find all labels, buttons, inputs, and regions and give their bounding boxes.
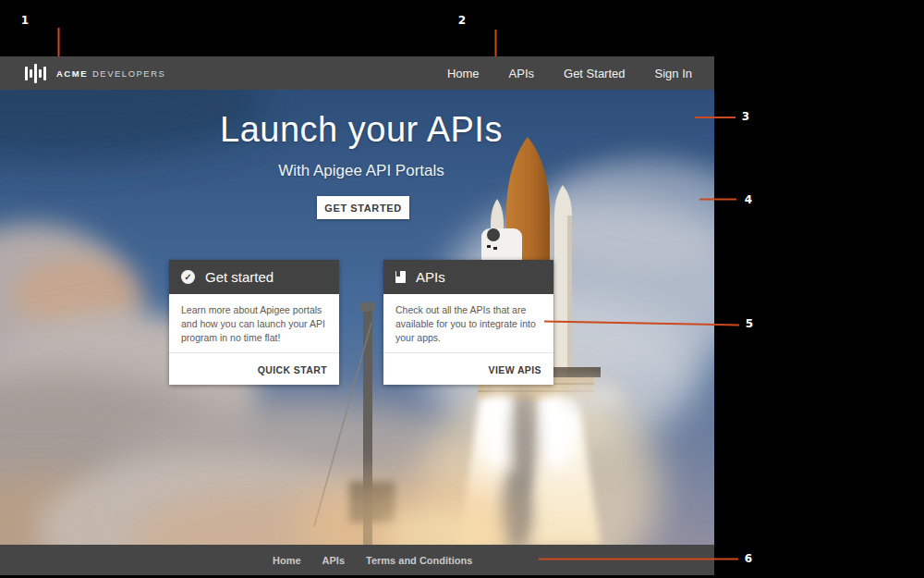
card-title: Get started — [205, 269, 274, 285]
nav-item-sign-in[interactable]: Sign In — [640, 56, 707, 90]
card-title: APIs — [416, 269, 445, 285]
equalizer-logo-icon — [25, 64, 46, 83]
footer-link-terms[interactable]: Terms and Conditions — [366, 555, 472, 566]
hero-title: Launch your APIs — [0, 110, 714, 150]
callout-label-6: 6 — [742, 552, 755, 565]
shuttle-launch-photo — [0, 90, 714, 545]
footer-links: Home APIs Terms and Conditions — [273, 555, 472, 566]
brand: ACME DEVELOPERS — [25, 64, 165, 83]
callout-label-2: 2 — [456, 14, 468, 27]
card-footer: VIEW APIS — [383, 352, 553, 385]
brand-name: ACME — [56, 68, 88, 79]
apis-card: APIs Check out all the APIs that are ava… — [383, 260, 553, 385]
get-started-card-header: ✓ Get started — [169, 260, 339, 294]
callout-label-4: 4 — [742, 193, 755, 206]
get-started-card: ✓ Get started Learn more about Apigee po… — [169, 260, 339, 385]
apis-card-header: APIs — [383, 260, 553, 294]
nav-item-get-started[interactable]: Get Started — [549, 56, 639, 90]
footer-bar: Home APIs Terms and Conditions — [0, 545, 714, 575]
hero-subtitle: With Apigee API Portals — [0, 162, 714, 180]
footer-link-home[interactable]: Home — [273, 555, 301, 566]
hero-section: Launch your APIs With Apigee API Portals… — [0, 90, 714, 545]
portal-page: ACME DEVELOPERS Home APIs Get Started Si… — [0, 56, 714, 575]
card-body-text: Learn more about Apigee portals and how … — [169, 294, 339, 352]
book-icon — [395, 271, 406, 283]
view-apis-link[interactable]: VIEW APIS — [489, 364, 541, 375]
annotated-screenshot-canvas: { "annotations": { "labels": ["1", "2", … — [0, 0, 924, 578]
card-footer: QUICK START — [169, 352, 339, 385]
nav-item-home[interactable]: Home — [432, 56, 494, 90]
check-circle-icon: ✓ — [181, 270, 195, 284]
callout-label-3: 3 — [739, 110, 752, 123]
header-bar: ACME DEVELOPERS Home APIs Get Started Si… — [0, 56, 714, 90]
get-started-button[interactable]: GET STARTED — [317, 196, 409, 219]
callout-label-1: 1 — [18, 14, 31, 27]
footer-link-apis[interactable]: APIs — [322, 555, 345, 566]
brand-suffix: DEVELOPERS — [92, 68, 165, 79]
quick-start-link[interactable]: QUICK START — [258, 364, 327, 375]
card-body-text: Check out all the APIs that are availabl… — [383, 294, 553, 352]
callout-label-5: 5 — [743, 317, 756, 330]
main-nav: Home APIs Get Started Sign In — [432, 56, 707, 90]
nav-item-apis[interactable]: APIs — [494, 56, 549, 90]
